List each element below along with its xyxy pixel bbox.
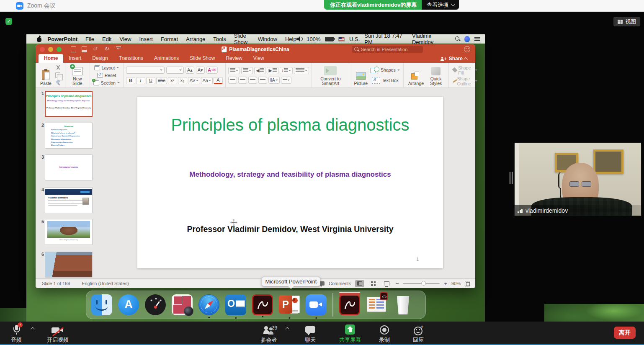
shapes-button[interactable]: Shapes xyxy=(370,66,401,74)
menubar-user[interactable]: Vladimir Demidov xyxy=(412,33,451,45)
increase-indent-button[interactable]: ▶ xyxy=(267,67,278,74)
participants-button[interactable]: 29 参会者 xyxy=(259,324,279,344)
record-button[interactable]: 录制 xyxy=(379,324,390,344)
dock-trash-icon[interactable] xyxy=(393,294,414,315)
layout-button[interactable]: Layout xyxy=(93,65,120,71)
tab-home[interactable]: Home xyxy=(39,54,63,63)
battery-icon[interactable] xyxy=(325,37,333,41)
menu-format[interactable]: Format xyxy=(161,36,178,42)
participants-options-chevron[interactable] xyxy=(285,327,289,331)
slide-canvas[interactable]: Principles of plasma diagnostics Methodo… xyxy=(137,97,443,268)
slide-sorter-button[interactable] xyxy=(368,280,378,287)
shape-outline-button[interactable]: Shape Outline xyxy=(451,76,478,87)
copy-icon[interactable] xyxy=(55,72,60,78)
dock-acrobat-reader-icon[interactable] xyxy=(339,294,360,315)
menu-file[interactable]: File xyxy=(85,36,94,42)
feedback-smiley-icon[interactable] xyxy=(464,46,470,52)
shape-fill-button[interactable]: Shape Fill xyxy=(451,65,478,76)
volume-icon[interactable] xyxy=(296,36,302,41)
siri-icon[interactable] xyxy=(464,36,470,42)
notification-center-icon[interactable] xyxy=(474,37,480,41)
input-source-label[interactable]: U.S. xyxy=(349,36,360,42)
slide-author[interactable]: Professor Vladimir Demidov, West Virgini… xyxy=(137,224,443,234)
slide-thumbnail-6[interactable] xyxy=(45,252,93,278)
chat-button[interactable]: 聊天 xyxy=(305,324,316,344)
font-color-button[interactable]: A xyxy=(214,77,223,84)
align-left-button[interactable] xyxy=(228,77,237,84)
menu-edit[interactable]: Edit xyxy=(102,36,111,42)
subscript-button[interactable]: x₂ xyxy=(178,77,187,84)
quick-styles-button[interactable]: Quick Styles xyxy=(426,65,446,86)
customize-toolbar-icon[interactable] xyxy=(116,46,122,52)
font-name-dropdown[interactable] xyxy=(126,67,165,74)
reset-button[interactable]: Reset xyxy=(96,72,117,78)
menu-tools[interactable]: Tools xyxy=(213,36,226,42)
strikethrough-button[interactable]: abc xyxy=(156,77,167,84)
view-layout-button[interactable]: 视图 xyxy=(613,17,640,26)
language-status[interactable]: English (United States) xyxy=(82,281,129,286)
reactions-button[interactable]: 回应 xyxy=(413,324,424,344)
slide-title[interactable]: Principles of plasma diagnostics xyxy=(137,114,443,136)
cut-icon[interactable] xyxy=(55,65,61,70)
zoom-in-button[interactable]: + xyxy=(444,281,447,287)
menu-insert[interactable]: Insert xyxy=(139,36,153,42)
view-options-button[interactable]: 查看选项 xyxy=(422,0,459,10)
format-painter-icon[interactable] xyxy=(55,80,61,85)
slide-thumbnail-4[interactable]: Vladimir Demidov xyxy=(45,187,93,213)
new-document-icon[interactable] xyxy=(71,46,76,52)
dock-outlook-icon[interactable] xyxy=(225,294,246,315)
undo-icon[interactable] xyxy=(93,47,99,52)
tab-transitions[interactable]: Transitions xyxy=(113,54,149,63)
slideshow-button[interactable] xyxy=(382,280,391,287)
bullets-button[interactable] xyxy=(228,67,240,74)
dock-app-store-icon[interactable]: A xyxy=(118,294,139,315)
spotlight-search-icon[interactable] xyxy=(455,36,460,41)
tab-design[interactable]: Design xyxy=(87,54,113,63)
share-button[interactable]: + Share xyxy=(440,56,468,63)
dock-acrobat-icon[interactable] xyxy=(252,294,273,315)
normal-view-button[interactable] xyxy=(355,280,364,287)
align-text-button[interactable] xyxy=(281,77,291,84)
input-flag-icon[interactable] xyxy=(338,37,345,41)
comments-button[interactable]: Comments xyxy=(329,281,351,286)
decrease-font-button[interactable]: A▾ xyxy=(196,67,205,74)
slide-subtitle[interactable]: Methodology, strategy and feasibility of… xyxy=(137,170,443,179)
columns-button[interactable] xyxy=(294,67,309,74)
clear-formatting-button[interactable]: A⌫ xyxy=(206,67,218,74)
tab-animations[interactable]: Animations xyxy=(149,54,184,63)
tab-insert[interactable]: Insert xyxy=(63,54,87,63)
font-size-dropdown[interactable] xyxy=(166,67,184,74)
character-spacing-button[interactable]: AV xyxy=(188,77,200,84)
apple-menu-icon[interactable] xyxy=(36,36,40,42)
slide-thumbnail-3[interactable]: Introductory notes xyxy=(45,154,93,180)
slide-thumbnail-2[interactable]: Overview Introductory notes What and whe… xyxy=(45,123,93,149)
dock-documents-icon[interactable] xyxy=(366,294,387,315)
menu-help[interactable]: Help xyxy=(285,36,296,42)
menu-view[interactable]: View xyxy=(119,36,131,42)
close-window-button[interactable] xyxy=(40,47,45,52)
text-direction-button[interactable]: ‖A xyxy=(268,77,280,84)
menu-slide-show[interactable]: Slide Show xyxy=(234,33,250,45)
tab-slide-show[interactable]: Slide Show xyxy=(184,54,220,63)
search-input[interactable] xyxy=(361,47,411,52)
share-screen-button[interactable]: 共享屏幕 xyxy=(339,324,361,344)
tab-review[interactable]: Review xyxy=(220,54,247,63)
paste-button[interactable]: Paste xyxy=(38,65,54,86)
superscript-button[interactable]: x² xyxy=(168,77,177,84)
convert-to-smartart-button[interactable]: Convert to SmartArt xyxy=(314,65,346,86)
zoom-level[interactable]: 90% xyxy=(451,281,461,286)
dock-zoom-icon[interactable] xyxy=(306,294,327,315)
menu-arrange[interactable]: Arrange xyxy=(186,36,205,42)
presentation-search-box[interactable] xyxy=(352,46,423,53)
picture-button[interactable]: Picture xyxy=(352,65,370,86)
dock-finder-icon[interactable] xyxy=(91,294,112,315)
minimize-window-button[interactable] xyxy=(48,47,53,52)
zoom-out-button[interactable]: − xyxy=(395,280,399,287)
zoom-slider[interactable] xyxy=(403,283,440,284)
new-slide-button[interactable]: New Slide xyxy=(68,65,87,86)
decrease-indent-button[interactable]: ◀ xyxy=(254,67,265,74)
slide-thumbnail-1[interactable]: Principles of plasma diagnostics Methodo… xyxy=(45,91,93,117)
slide-thumbnail-5[interactable]: West Virginia University xyxy=(45,219,93,245)
tab-view[interactable]: View xyxy=(248,54,270,63)
line-spacing-button[interactable]: ↕ xyxy=(280,67,293,74)
